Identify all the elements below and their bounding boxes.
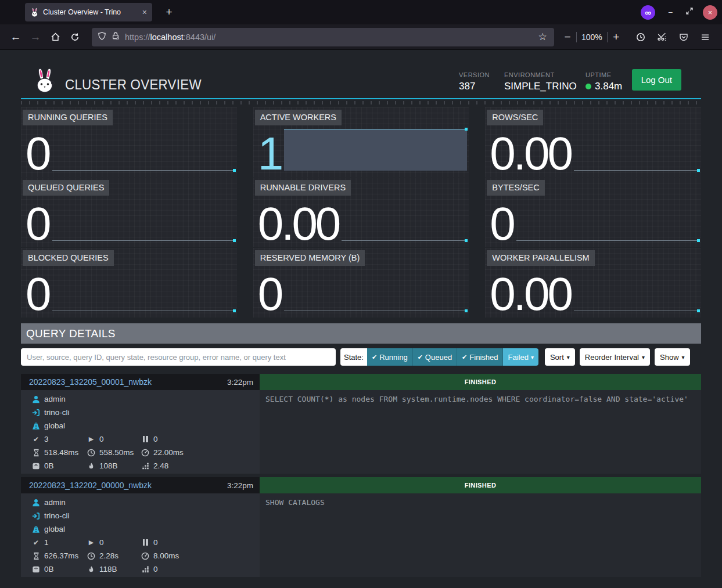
elapsed-time: 558.50ms (99, 448, 134, 457)
shield-icon[interactable] (98, 31, 106, 43)
show-dropdown[interactable]: Show▾ (655, 348, 690, 366)
page-title: CLUSTER OVERVIEW (65, 77, 202, 93)
browser-tab[interactable]: Cluster Overview - Trino × (25, 3, 152, 21)
query-details-header: QUERY DETAILS (21, 323, 701, 344)
caret-down-icon: ▾ (531, 354, 534, 360)
logout-button[interactable]: Log Out (632, 69, 681, 91)
version-label: VERSION (459, 71, 490, 78)
running-splits: 0 (99, 435, 104, 443)
queued-splits-icon (141, 435, 150, 444)
source-login-icon (31, 408, 41, 417)
wall-time: 626.37ms (44, 551, 78, 560)
cumulative-memory-icon (87, 461, 96, 471)
check-icon: ✔ (462, 353, 467, 361)
query-time: 3:22pm (227, 481, 253, 490)
stat-panel-reserved-memory: RESERVED MEMORY (B) 0 (253, 248, 469, 318)
zoom-level[interactable]: 100% (577, 33, 607, 42)
elapsed-time-icon (87, 551, 96, 561)
parallelism-icon (141, 461, 150, 471)
back-button[interactable]: ← (6, 28, 26, 46)
running-splits: 0 (99, 538, 104, 547)
current-memory-icon (31, 565, 41, 574)
tab-close-icon[interactable]: × (142, 8, 147, 16)
lock-icon[interactable] (112, 31, 120, 42)
query-user: admin (44, 395, 66, 403)
source-login-icon (31, 511, 41, 521)
resource-group-icon (31, 421, 41, 431)
query-time: 3:22pm (227, 378, 253, 387)
window-restore-button[interactable] (685, 7, 694, 17)
home-button[interactable] (45, 28, 65, 46)
state-filter-finished[interactable]: ✔Finished (457, 348, 503, 366)
state-filter-group: State: ✔Running ✔Queued ✔Finished Failed… (340, 348, 538, 366)
query-status-bar: FINISHED (260, 477, 701, 493)
queued-splits: 0 (153, 538, 158, 547)
browser-tab-bar: Cluster Overview - Trino × + ∞ − × (0, 0, 722, 24)
query-resource-group: global (44, 525, 65, 533)
zoom-in-button[interactable]: + (608, 28, 625, 46)
filter-row: State: ✔Running ✔Queued ✔Finished Failed… (21, 348, 701, 366)
query-meta-panel: admin trino-cli global ✔1 ▶0 0 626.37ms … (21, 493, 260, 577)
user-icon (31, 395, 41, 404)
current-memory-icon (31, 461, 41, 471)
pocket-icon[interactable] (674, 28, 694, 46)
reload-button[interactable] (65, 28, 85, 46)
state-filter-running[interactable]: ✔Running (367, 348, 413, 366)
parallelism: 0 (153, 565, 158, 573)
stat-panel-worker-parallelism: WORKER PARALLELISM 0.00 (485, 248, 701, 318)
window-minimize-button[interactable]: − (664, 8, 676, 17)
version-value: 387 (459, 81, 490, 92)
elapsed-time-icon (87, 448, 96, 457)
uptime-value: 3.84m (585, 81, 622, 92)
cpu-time: 22.00ms (153, 448, 184, 457)
query-header: 20220823_132205_00001_nwbzk 3:22pm (21, 374, 260, 390)
forward-button[interactable]: → (26, 28, 45, 46)
completed-splits-icon: ✔ (31, 538, 41, 547)
stat-panel-blocked-queries: BLOCKED QUERIES 0 (21, 248, 237, 318)
state-filter-label: State: (340, 348, 367, 366)
completed-splits: 1 (44, 538, 49, 547)
environment-label: ENVIRONMENT (504, 71, 577, 78)
cumulative-memory: 118B (99, 565, 117, 573)
query-user: admin (44, 498, 66, 507)
new-tab-button[interactable]: + (160, 4, 178, 20)
reorder-interval-dropdown[interactable]: Reorder Interval▾ (580, 348, 650, 366)
wall-time-icon (31, 551, 41, 561)
wall-time: 518.48ms (44, 448, 78, 457)
sparkline (342, 178, 467, 247)
query-id-link[interactable]: 20220823_132205_00001_nwbzk (29, 377, 227, 387)
query-sql-text: SELECT COUNT(*) as nodes FROM system.run… (260, 390, 701, 474)
running-splits-icon: ▶ (87, 538, 96, 547)
url-text[interactable]: https://localhost:8443/ui/ (125, 33, 531, 42)
url-bar[interactable]: https://localhost:8443/ui/ ☆ (92, 28, 554, 46)
tab-title: Cluster Overview - Trino (43, 8, 138, 16)
query-source: trino-cli (44, 511, 70, 520)
browser-toolbar: ← → https://localhost:8443/ui/ ☆ − 100% … (0, 24, 722, 50)
query-search-input[interactable] (21, 348, 336, 366)
current-memory: 0B (44, 461, 54, 470)
extension-icon[interactable]: ∞ (641, 5, 655, 20)
menu-icon[interactable] (695, 28, 715, 46)
query-id-link[interactable]: 20220823_132202_00000_nwbzk (29, 481, 227, 490)
caret-down-icon: ▾ (642, 354, 645, 360)
sort-dropdown[interactable]: Sort▾ (545, 348, 575, 366)
queued-splits: 0 (153, 435, 158, 443)
stat-panel-rows-sec: ROWS/SEC 0.00 (485, 107, 701, 177)
cumulative-memory: 108B (99, 461, 118, 470)
zoom-out-button[interactable]: − (559, 28, 576, 46)
completed-splits: 3 (44, 435, 49, 443)
caret-down-icon: ▾ (567, 354, 570, 360)
version-block: VERSION 387 (459, 71, 490, 92)
running-splits-icon: ▶ (87, 435, 96, 444)
uptime-block: UPTIME 3.84m (585, 71, 622, 92)
query-header: 20220823_132202_00000_nwbzk 3:22pm (21, 477, 260, 493)
environment-block: ENVIRONMENT SIMPLE_TRINO (504, 71, 577, 92)
window-close-button[interactable]: × (703, 5, 717, 20)
parallelism: 2.48 (153, 461, 168, 470)
state-filter-queued[interactable]: ✔Queued (413, 348, 457, 366)
history-icon[interactable] (631, 28, 651, 46)
uptime-status-dot (585, 84, 591, 89)
bookmark-star-icon[interactable]: ☆ (537, 28, 548, 46)
screenshot-icon[interactable] (652, 28, 672, 46)
state-filter-failed-dropdown[interactable]: Failed▾ (503, 348, 538, 366)
